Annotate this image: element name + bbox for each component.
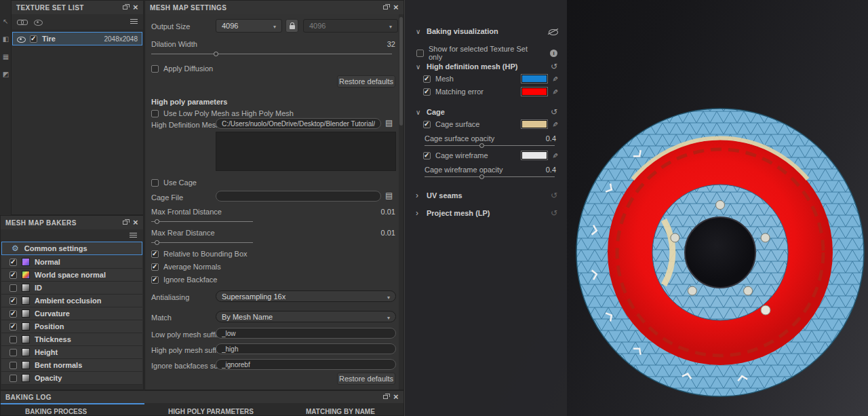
- baker-checkbox[interactable]: [9, 297, 17, 305]
- show-selected-checkbox[interactable]: [416, 50, 424, 57]
- tab-high-poly-parameters[interactable]: HIGH POLY PARAMETERS: [168, 408, 254, 415]
- use-low-poly-checkbox[interactable]: [151, 110, 159, 117]
- slider-handle[interactable]: [155, 240, 159, 245]
- baker-row-id[interactable]: ID: [1, 282, 142, 295]
- high-def-meshes-list[interactable]: [216, 132, 396, 171]
- baker-checkbox[interactable]: [9, 362, 17, 369]
- baker-row-curvature[interactable]: Curvature: [1, 307, 142, 320]
- eyedropper-icon[interactable]: [552, 75, 557, 83]
- max-rear-distance-slider[interactable]: [151, 240, 253, 246]
- common-settings-row[interactable]: Common settings: [1, 242, 142, 255]
- baker-checkbox[interactable]: [9, 284, 17, 292]
- hp-mesh-header[interactable]: High definition mesh (HP): [416, 62, 557, 71]
- cage-surface-opacity-slider[interactable]: [425, 143, 555, 149]
- baker-checkbox[interactable]: [9, 336, 17, 343]
- mesh-checkbox[interactable]: [423, 75, 431, 83]
- use-cage-checkbox[interactable]: [151, 179, 159, 187]
- restore-defaults-button[interactable]: Restore defaults: [337, 75, 395, 88]
- eye-off-icon[interactable]: [548, 28, 557, 35]
- slider-handle[interactable]: [479, 143, 484, 148]
- history-icon[interactable]: [551, 191, 557, 200]
- cage-header[interactable]: Cage: [416, 107, 557, 117]
- filter-icon[interactable]: [130, 19, 138, 25]
- mask-tool-icon[interactable]: [1, 35, 11, 46]
- eyedropper-icon[interactable]: [552, 88, 557, 96]
- apply-diffusion-checkbox[interactable]: [151, 65, 159, 73]
- baker-row-thickness[interactable]: Thickness: [1, 333, 142, 346]
- dock-icon[interactable]: [383, 5, 388, 10]
- matching-error-checkbox[interactable]: [423, 88, 431, 96]
- document-icon[interactable]: [385, 118, 393, 128]
- slider-handle[interactable]: [479, 174, 484, 179]
- cage-surface-color-swatch[interactable]: [521, 120, 547, 128]
- chevron-down-icon[interactable]: [416, 63, 422, 71]
- scrollbar-track[interactable]: [399, 14, 403, 390]
- baker-row-position[interactable]: Position: [1, 320, 142, 333]
- baker-row-height[interactable]: Height: [1, 346, 142, 359]
- baker-checkbox[interactable]: [9, 375, 17, 382]
- max-frontal-distance-slider[interactable]: [151, 219, 253, 225]
- cage-wireframe-opacity-slider[interactable]: [425, 174, 555, 180]
- mesh-color-swatch[interactable]: [521, 75, 547, 83]
- grid-tool-icon[interactable]: [1, 53, 11, 64]
- layout-tool-icon[interactable]: [1, 71, 11, 81]
- eyedropper-icon[interactable]: [552, 151, 557, 159]
- visibility-icon[interactable]: [34, 19, 42, 25]
- history-icon[interactable]: [551, 208, 557, 218]
- tab-baking-process[interactable]: BAKING PROCESS: [25, 408, 87, 415]
- antialiasing-dropdown[interactable]: Supersampling 16x: [216, 290, 396, 302]
- cage-surface-checkbox[interactable]: [423, 121, 431, 128]
- baker-row-bent-normals[interactable]: Bent normals: [1, 359, 142, 372]
- baker-row-normal[interactable]: Normal: [1, 256, 142, 269]
- chevron-right-icon[interactable]: [416, 208, 422, 218]
- dock-icon[interactable]: [123, 5, 127, 10]
- texture-set-row-tire[interactable]: Tire 2048x2048: [12, 32, 142, 45]
- filter-icon[interactable]: [130, 233, 137, 239]
- document-icon[interactable]: [385, 191, 393, 200]
- ignore-suffix-input[interactable]: [216, 359, 396, 370]
- slider-handle[interactable]: [155, 219, 159, 224]
- select-tool-icon[interactable]: [1, 18, 11, 29]
- chevron-right-icon[interactable]: [416, 191, 422, 200]
- baker-checkbox[interactable]: [9, 310, 17, 318]
- high-suffix-input[interactable]: [216, 343, 396, 354]
- link-texture-sets-icon[interactable]: [17, 19, 27, 25]
- cage-wireframe-checkbox[interactable]: [423, 152, 431, 159]
- baker-checkbox[interactable]: [9, 349, 17, 356]
- close-icon[interactable]: [133, 219, 138, 226]
- baker-checkbox[interactable]: [9, 271, 17, 279]
- high-def-meshes-input[interactable]: [216, 118, 381, 129]
- texture-set-checkbox[interactable]: [30, 35, 37, 43]
- baker-row-world-space-normal[interactable]: World space normal: [1, 269, 142, 282]
- matching-error-color-swatch[interactable]: [521, 88, 547, 96]
- project-mesh-header[interactable]: Project mesh (LP): [416, 208, 557, 218]
- low-suffix-input[interactable]: [216, 328, 396, 339]
- ignore-backface-checkbox[interactable]: [151, 276, 159, 284]
- restore-defaults-button[interactable]: Restore defaults: [337, 373, 395, 385]
- dock-icon[interactable]: [383, 395, 388, 399]
- close-icon[interactable]: [393, 4, 399, 11]
- chevron-down-icon[interactable]: [416, 109, 422, 116]
- average-normals-checkbox[interactable]: [151, 263, 159, 271]
- history-icon[interactable]: [551, 107, 557, 117]
- relative-bbox-checkbox[interactable]: [151, 250, 159, 258]
- output-size-dropdown[interactable]: 4096: [216, 19, 282, 33]
- close-icon[interactable]: [393, 394, 399, 400]
- baker-row-opacity[interactable]: Opacity: [1, 372, 142, 385]
- tab-matching-by-name[interactable]: MATCHING BY NAME: [306, 408, 375, 415]
- match-dropdown[interactable]: By Mesh Name: [216, 311, 396, 322]
- baker-row-ambient-occlusion[interactable]: Ambient occlusion: [1, 295, 142, 307]
- slider-handle[interactable]: [214, 52, 218, 56]
- eye-icon[interactable]: [17, 36, 25, 42]
- history-icon[interactable]: [551, 62, 557, 71]
- baker-checkbox[interactable]: [9, 323, 17, 330]
- baking-visualization-header[interactable]: Baking visualization: [416, 27, 557, 35]
- close-icon[interactable]: [133, 4, 138, 11]
- uv-seams-header[interactable]: UV seams: [416, 191, 557, 200]
- scrollbar-thumb[interactable]: [399, 17, 403, 126]
- baker-checkbox[interactable]: [9, 259, 17, 266]
- dock-icon[interactable]: [123, 221, 127, 225]
- eyedropper-icon[interactable]: [552, 120, 557, 128]
- lock-ratio-button[interactable]: [285, 19, 298, 33]
- cage-file-input[interactable]: [216, 191, 381, 202]
